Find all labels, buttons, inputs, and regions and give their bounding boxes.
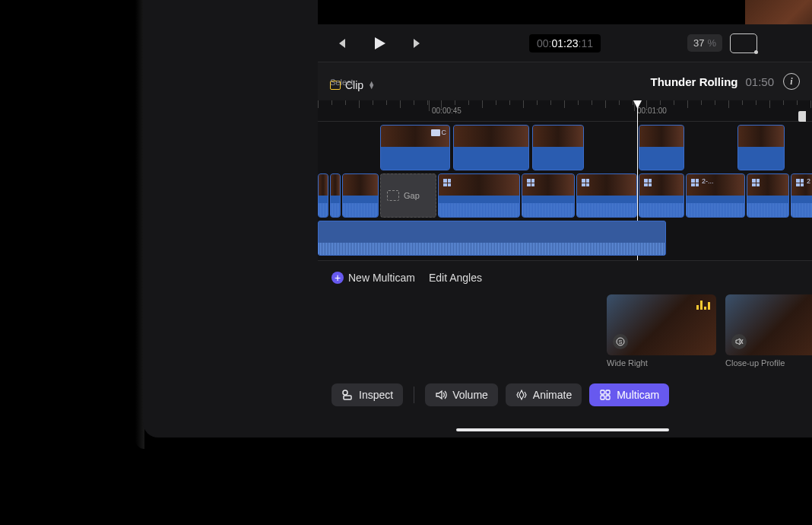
connected-clip[interactable] (532, 125, 584, 170)
multicam-button[interactable]: Multicam (589, 383, 669, 406)
svg-rect-3 (344, 396, 351, 399)
timeline-clip[interactable] (342, 173, 379, 218)
connected-clip[interactable] (453, 125, 529, 170)
app-window: 00:01:23:11 37 % Select Clip ▲▼ Thunder … (143, 0, 812, 438)
plus-icon: + (331, 272, 344, 284)
play-button[interactable] (370, 33, 389, 53)
connected-clip[interactable] (639, 125, 684, 170)
skip-back-button[interactable] (331, 33, 351, 53)
multicam-clip[interactable]: 2 (791, 173, 812, 218)
svg-text:S: S (619, 339, 623, 345)
inspect-button[interactable]: Inspect (331, 383, 403, 406)
timeline[interactable]: 00:00:4500:01:0000:01:15 C Gap 2-... 2 (318, 100, 812, 260)
audio-meter-icon (696, 299, 710, 310)
multicam-panel: + New Multicam Edit Angles S Wide Right (318, 260, 812, 378)
toolbar-divider (414, 387, 414, 403)
timeline-ruler[interactable]: 00:00:4500:01:0000:01:15 (318, 100, 812, 122)
svg-rect-6 (601, 396, 604, 399)
ruler-timestamp: 00:00:45 (432, 107, 462, 115)
angle-wide-right[interactable]: S Wide Right (607, 294, 716, 368)
multicam-clip[interactable] (639, 173, 684, 218)
timeline-marker[interactable] (798, 111, 806, 122)
info-button[interactable]: i (783, 73, 800, 90)
animate-button[interactable]: Animate (506, 383, 582, 406)
primary-storyline: Gap 2-... 2 (318, 173, 812, 218)
svg-rect-7 (606, 396, 610, 399)
project-duration: 01:50 (745, 75, 774, 88)
new-multicam-button[interactable]: + New Multicam (331, 272, 415, 284)
connected-track: C (318, 125, 812, 170)
timeline-clip[interactable] (318, 173, 328, 218)
audio-clip[interactable] (318, 221, 666, 256)
home-indicator[interactable] (456, 428, 669, 431)
multicam-clip[interactable] (438, 173, 520, 218)
chevron-updown-icon: ▲▼ (368, 81, 375, 89)
browser-header: Select Clip ▲▼ Thunder Rolling 01:50 i (318, 62, 812, 100)
timeline-clip[interactable] (330, 173, 341, 218)
connected-clip[interactable] (737, 125, 785, 170)
multicam-clip[interactable] (747, 173, 789, 218)
project-title: Thunder Rolling (650, 75, 737, 88)
animate-icon (515, 389, 528, 401)
timecode-display[interactable]: 00:01:23:11 (529, 34, 601, 52)
volume-button[interactable]: Volume (425, 383, 498, 406)
multicam-clip[interactable] (522, 173, 575, 218)
edit-angles-button[interactable]: Edit Angles (429, 272, 482, 284)
connected-clip[interactable]: C (380, 125, 450, 170)
svg-rect-4 (601, 390, 604, 394)
inspect-icon (341, 389, 354, 401)
zoom-level[interactable]: 37 % (687, 34, 722, 52)
volume-icon (435, 389, 447, 401)
source-badge-icon: S (613, 334, 628, 349)
multicam-clip[interactable]: 2-... (686, 173, 745, 218)
multicam-clip[interactable] (576, 173, 637, 218)
angle-closeup-profile[interactable]: Close-up Profile (725, 294, 812, 368)
mute-icon (731, 334, 747, 349)
transport-bar: 00:01:23:11 37 % (318, 24, 812, 62)
display-options-button[interactable] (730, 33, 757, 53)
skip-forward-button[interactable] (408, 33, 427, 53)
svg-point-2 (343, 390, 347, 395)
audio-track (318, 221, 812, 256)
multicam-icon (599, 389, 611, 401)
ruler-timestamp: 00:01:00 (637, 107, 667, 115)
preview-strip (318, 0, 812, 24)
bottom-toolbar: Inspect Volume Animate Multicam (318, 378, 812, 412)
gap-clip[interactable]: Gap (380, 173, 436, 218)
select-mode-label: Select (330, 78, 354, 87)
svg-rect-5 (606, 390, 610, 394)
